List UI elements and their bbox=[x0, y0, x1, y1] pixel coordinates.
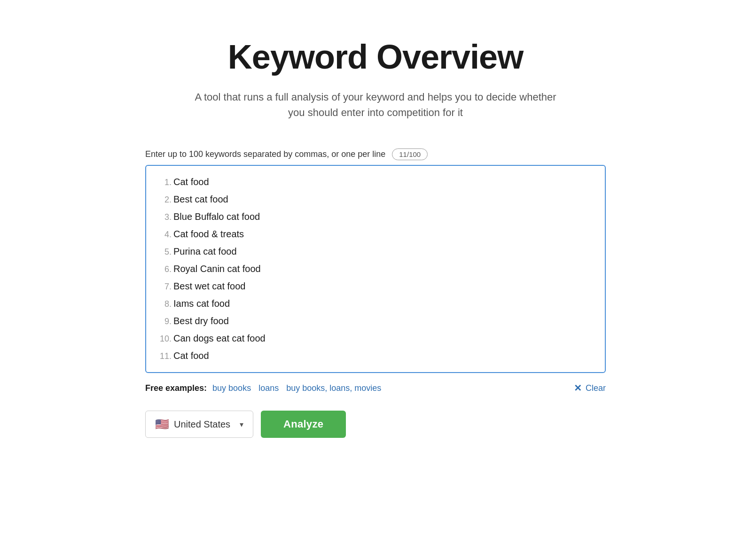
keyword-list: 1.Cat food2.Best cat food3.Blue Buffalo … bbox=[156, 173, 595, 365]
example-link-buy-books-loans-movies[interactable]: buy books, loans, movies bbox=[286, 383, 381, 393]
keyword-num: 11. bbox=[156, 349, 172, 364]
keyword-text: Cat food bbox=[173, 347, 209, 365]
keyword-list-item: 4.Cat food & treats bbox=[156, 226, 595, 243]
keyword-num: 5. bbox=[156, 244, 172, 260]
keyword-list-item: 7.Best wet cat food bbox=[156, 278, 595, 295]
example-link-buy-books[interactable]: buy books bbox=[212, 383, 251, 393]
keyword-textarea-wrapper[interactable]: 1.Cat food2.Best cat food3.Blue Buffalo … bbox=[145, 165, 606, 373]
keyword-num: 10. bbox=[156, 331, 172, 347]
keyword-num: 2. bbox=[156, 192, 172, 208]
analyze-button[interactable]: Analyze bbox=[261, 411, 346, 438]
keyword-list-item: 6.Royal Canin cat food bbox=[156, 260, 595, 278]
clear-button[interactable]: ✕ Clear bbox=[574, 382, 606, 394]
example-link-loans[interactable]: loans bbox=[258, 383, 279, 393]
flag-icon: 🇺🇸 bbox=[155, 418, 169, 431]
examples-label: Free examples: bbox=[145, 383, 207, 393]
main-content: Enter up to 100 keywords separated by co… bbox=[145, 148, 606, 438]
keyword-num: 1. bbox=[156, 175, 172, 190]
keyword-text: Purina cat food bbox=[173, 243, 237, 260]
chevron-down-icon: ▾ bbox=[240, 420, 243, 429]
page-title: Keyword Overview bbox=[228, 38, 523, 76]
keyword-list-item: 11.Cat food bbox=[156, 347, 595, 365]
keyword-text: Blue Buffalo cat food bbox=[173, 208, 260, 226]
clear-label: Clear bbox=[586, 383, 606, 393]
input-label: Enter up to 100 keywords separated by co… bbox=[145, 149, 385, 159]
keyword-text: Can dogs eat cat food bbox=[173, 330, 266, 347]
keyword-text: Iams cat food bbox=[173, 295, 230, 312]
page-subtitle: A tool that runs a full analysis of your… bbox=[188, 89, 563, 120]
keyword-list-item: 9.Best dry food bbox=[156, 312, 595, 330]
keyword-num: 6. bbox=[156, 262, 172, 277]
keyword-num: 4. bbox=[156, 227, 172, 242]
keyword-list-item: 1.Cat food bbox=[156, 173, 595, 191]
examples-row: Free examples: buy books loans buy books… bbox=[145, 382, 606, 394]
keyword-num: 8. bbox=[156, 296, 172, 312]
keyword-list-item: 5.Purina cat food bbox=[156, 243, 595, 260]
keyword-num: 9. bbox=[156, 314, 172, 329]
input-label-row: Enter up to 100 keywords separated by co… bbox=[145, 148, 606, 160]
country-selector[interactable]: 🇺🇸 United States ▾ bbox=[145, 411, 253, 438]
country-name: United States bbox=[174, 419, 230, 430]
keyword-counter: 11/100 bbox=[392, 148, 428, 160]
keyword-list-item: 2.Best cat food bbox=[156, 191, 595, 208]
keyword-list-item: 8.Iams cat food bbox=[156, 295, 595, 312]
keyword-text: Best wet cat food bbox=[173, 278, 245, 295]
keyword-text: Best dry food bbox=[173, 312, 229, 330]
keyword-num: 3. bbox=[156, 210, 172, 225]
keyword-text: Cat food & treats bbox=[173, 226, 244, 243]
clear-x-icon: ✕ bbox=[574, 382, 582, 394]
action-row: 🇺🇸 United States ▾ Analyze bbox=[145, 411, 606, 438]
keyword-text: Royal Canin cat food bbox=[173, 260, 261, 278]
keyword-list-item: 10.Can dogs eat cat food bbox=[156, 330, 595, 347]
keyword-num: 7. bbox=[156, 279, 172, 295]
keyword-text: Best cat food bbox=[173, 191, 228, 208]
keyword-text: Cat food bbox=[173, 173, 209, 191]
keyword-list-item: 3.Blue Buffalo cat food bbox=[156, 208, 595, 226]
